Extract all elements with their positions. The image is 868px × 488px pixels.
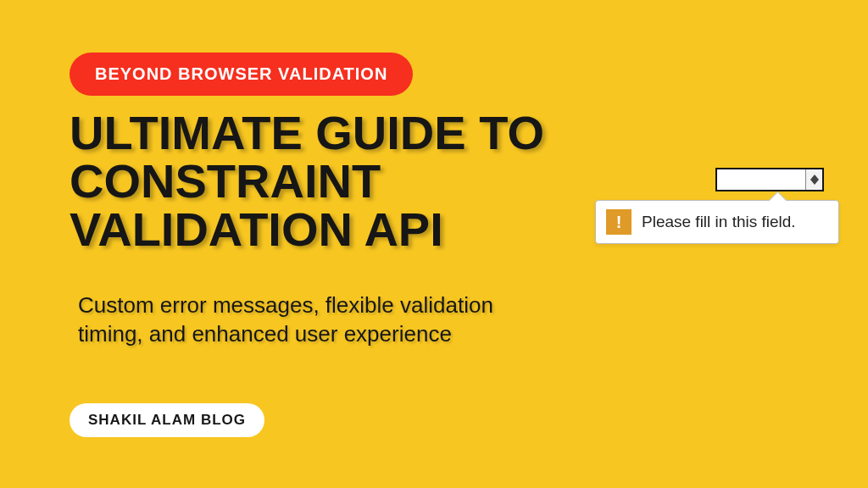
tooltip-message: Please fill in this field. <box>642 213 796 231</box>
stepper-control[interactable] <box>805 169 822 190</box>
number-input[interactable] <box>715 168 824 191</box>
subtitle-text: Custom error messages, flexible validati… <box>78 291 553 349</box>
validation-tooltip: ! Please fill in this field. <box>595 200 839 244</box>
blog-name-pill: SHAKIL ALAM BLOG <box>70 403 264 437</box>
validation-example-widget: ! Please fill in this field. <box>595 168 839 244</box>
warning-glyph: ! <box>616 214 622 230</box>
chevron-down-icon <box>810 180 819 185</box>
page-title: ULTIMATE GUIDE TO CONSTRAINT VALIDATION … <box>70 108 612 253</box>
category-badge: BEYOND BROWSER VALIDATION <box>70 53 413 96</box>
warning-icon: ! <box>606 209 632 235</box>
